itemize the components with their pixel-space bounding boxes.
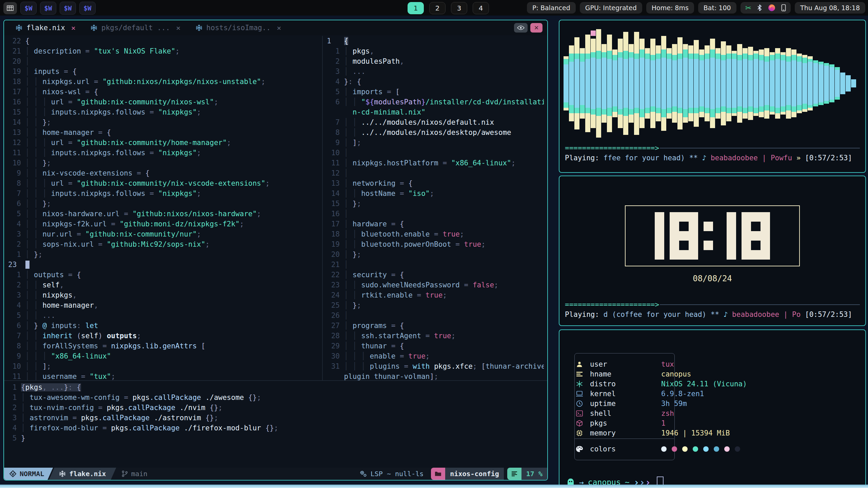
taskbar-item[interactable]: $W [79,2,96,15]
code-line: 10│ │ }; [8,158,320,168]
mode-label: NORMAL [20,470,44,478]
tab-flake-nix[interactable]: flake.nix× [16,24,76,32]
code-line: 23 [8,260,320,270]
fetch-row-user: usertux [559,359,674,369]
status-pill: Home: 8ms [646,2,694,14]
package-icon [574,420,585,427]
fetch-row-memory: memory1946 | 15394 MiB [559,428,730,438]
fetch-value: zsh [661,409,674,418]
code-line: 2│ modulesPath, [327,56,544,66]
firefox-icon[interactable] [768,4,776,12]
vim-icon [9,470,16,477]
code-line: 10│ [327,148,544,158]
status-pills: P: BalancedGPU: IntegratedHome: 8msBat: … [527,2,736,14]
code-line: 12│ [327,168,544,178]
code-line: 5│ │ ... [8,310,320,321]
editor-pane-right[interactable]: 1{1│ pkgs,2│ modulesPath,3│ ...4}: {5│ i… [327,36,544,382]
taskbar-item[interactable]: $W [40,2,56,15]
code-line: 18│ │ nixpkgs.url = "github:nixos/nixpkg… [8,77,320,87]
code-line: 8│ │ forAllSystems = nixpkgs.lib.genAttr… [8,341,320,351]
code-line: 3│ │ nixpkgs, [8,290,320,300]
user-icon [574,361,585,368]
code-line: 9│ │ │ "x86_64-linux" [8,351,320,361]
workspace-tag-1[interactable]: 1 [408,2,424,14]
fetch-label: uptime [590,400,661,408]
chip-icon [574,430,585,436]
clock-pill: Thu Aug 08, 18:18 [795,2,865,14]
fetch-value: 1 [661,419,666,427]
phone-icon[interactable] [781,4,786,12]
fetch-row-hname: hnamecanopus [559,369,691,379]
launcher-button[interactable] [3,2,17,14]
palette-dot [682,446,688,452]
code-line: 31│ │ │ plugins = with pkgs.xfce; [thuna… [327,361,544,371]
code-line: 4│ │ home-manager, [8,300,320,310]
workspace-tag-4[interactable]: 4 [473,2,489,14]
code-line: 26│ [327,310,544,321]
git-branch-icon [122,470,128,477]
code-line: 18│ │ bluetooth.enable = true; [327,229,544,239]
horizontal-split[interactable] [4,380,547,381]
nix-file-icon [16,24,22,31]
fetch-label: memory [590,429,661,437]
code-line: 4│ firefox-mod-blur = pkgs.callPackage .… [8,423,540,433]
code-line: 3│ astronvim = pkgs.callPackage ./astron… [8,413,540,423]
workspace-tag-3[interactable]: 3 [451,2,467,14]
scissors-icon[interactable]: ✂ [745,4,751,12]
code-line: 2│ │ self, [8,280,320,290]
workspace-tag-2[interactable]: 2 [429,2,446,14]
scroll-segment: 17 % [521,468,547,480]
fetch-row-pkgs: pkgs1 [559,418,666,428]
fetch-label: user [590,360,661,368]
code-line: 10│ │ ]; [8,361,320,371]
project-label: nixos-config [450,470,499,478]
code-line: 22{ [8,36,320,46]
status-pill: GPU: Integrated [580,2,642,14]
list-icon [574,371,585,377]
clock-window: 08/08/24 =====================> Playing:… [559,176,866,326]
tab-close-icon[interactable]: × [71,24,76,32]
scroll-label: 17 % [526,470,542,478]
palette-dot [672,446,677,452]
nix-icon [59,470,66,477]
tab-hosts-isoImag-[interactable]: hosts/isoImag..× [196,24,281,32]
fetch-value: 3h 59m [661,400,687,408]
eye-icon [517,25,525,30]
clock-icon [574,400,585,407]
code-line: 11│ │ │ inputs.nixpkgs.follows = "nixpkg… [8,148,320,158]
editor-pane-bottom[interactable]: 1{pkgs, ...}: {1│ tux-awesome-wm-config … [8,382,540,443]
clock-frame [625,205,800,266]
file-segment: flake.nix [49,468,116,480]
code-line: 9│ ]; [327,138,544,148]
taskbar-item[interactable]: $W [60,2,76,15]
taskbar-item[interactable]: $W [20,2,37,15]
tabline: flake.nix×pkgs/default ...×hosts/isoImag… [4,20,547,35]
tab-close-icon[interactable]: × [277,24,281,32]
code-line: 19│ inputs = { [8,66,320,77]
bluetooth-icon[interactable] [757,4,762,12]
color-palette-dots [661,446,740,452]
opacity-toggle-button[interactable] [514,23,528,33]
code-line: 5│ imports = [ [327,87,544,97]
fetch-value: 6.9.8-zen1 [661,390,704,398]
editor-pane-left[interactable]: 22{21│ description = "tux's NixOS Flake"… [8,36,320,382]
code-line: 1{pkgs, ...}: { [8,382,540,392]
close-button[interactable]: ✕ [530,23,542,33]
nix-file-icon [196,24,202,31]
code-line: 27│ programs = { [327,321,544,331]
tab-pkgs-default-[interactable]: pkgs/default ...× [91,24,181,32]
statusline: NORMAL flake.nix main [4,468,547,480]
clock-date: 08/08/24 [559,274,865,283]
close-icon: ✕ [534,24,539,31]
vertical-split[interactable] [322,36,323,381]
code-line: 2│ tux-nvim-config = pkgs.callPackage ./… [8,403,540,413]
wallpaper-band [0,485,868,488]
code-line: 4}: { [327,77,544,87]
fetch-label: shell [590,409,661,418]
code-line: 16│ │ │ url = "github:nix-community/nixo… [8,97,320,107]
tab-close-icon[interactable]: × [176,24,180,32]
palette-dot [724,446,730,452]
fetch-label: kernel [590,390,661,398]
code-line: 20│ [8,56,320,66]
code-line: n-cd-minimal.nix" [327,107,544,117]
